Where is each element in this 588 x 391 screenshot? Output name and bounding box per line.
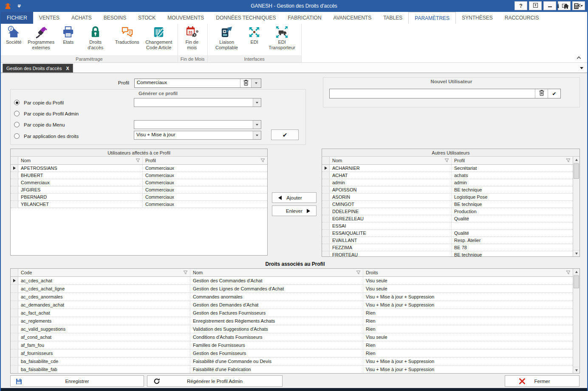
ribbon-button-programmes-externes[interactable]: Programmes externes — [25, 25, 58, 51]
ribbon-tab-tables[interactable]: TABLES — [377, 12, 408, 24]
filter-icon[interactable] — [566, 158, 571, 163]
column-header-nom[interactable]: Nom — [190, 269, 363, 276]
table-row[interactable]: FRORTEAUBE technique — [322, 251, 573, 256]
radio-par-copie-du-profil[interactable] — [14, 100, 20, 105]
column-header-droits[interactable]: Droits — [363, 269, 573, 276]
save-button[interactable]: Enregistrer — [10, 375, 144, 387]
profil-delete-button[interactable] — [240, 79, 251, 87]
table-row[interactable]: CMINGOTBE technique — [322, 201, 573, 208]
ribbon-button-societe[interactable]: iSociété — [3, 25, 25, 45]
remove-button[interactable]: Enlever — [272, 205, 317, 216]
table-row[interactable]: ba_faisabilite_cdeFaisabilité d'une Comm… — [11, 357, 573, 366]
new-user-confirm-button[interactable]: ✔ — [548, 89, 560, 98]
ribbon-tab-fabrication[interactable]: FABRICATION — [282, 12, 327, 24]
ribbon-button-traductions[interactable]: Traductions — [112, 25, 142, 45]
radio-par-application-des-droits[interactable] — [14, 133, 20, 139]
help-button[interactable]: ? — [514, 1, 527, 10]
scroll-down-button[interactable] — [573, 250, 580, 256]
ribbon-tab-fichier[interactable]: FICHIER — [1, 12, 33, 24]
radio-par-copie-du-profil-admin[interactable] — [14, 111, 20, 116]
table-row[interactable]: ESSAIQUALITEQualité — [322, 230, 573, 237]
apply-generate-button[interactable]: ✔ — [271, 129, 299, 140]
scroll-up-button[interactable] — [573, 269, 580, 275]
profil-combo[interactable]: Commerciaux — [134, 79, 261, 88]
table-row[interactable]: ba_faisabilite_fabFaisabilité d'une Fabr… — [11, 366, 573, 373]
pin-button[interactable] — [529, 1, 542, 10]
column-header-nom[interactable]: Nom — [330, 157, 451, 164]
vertical-scrollbar[interactable] — [573, 269, 580, 373]
ribbon-collapse-icon[interactable] — [577, 56, 581, 61]
calculator-icon[interactable] — [573, 3, 583, 9]
copy-menu-combo[interactable] — [134, 120, 261, 129]
ribbon-button-edi-transporteur[interactable]: EDI Transporteur — [265, 25, 299, 51]
home-icon[interactable] — [563, 3, 569, 9]
table-row[interactable]: af_fam_fouFamilles de FournisseursRien — [11, 341, 573, 349]
quick-access-caret-icon[interactable] — [17, 5, 21, 8]
ribbon-tab-donnees-techniques[interactable]: DONNÉES TECHNIQUES — [210, 12, 282, 24]
ribbon-tab-besoins[interactable]: BESOINS — [98, 12, 132, 24]
table-row[interactable]: FEZZIMABE 78 — [322, 244, 573, 251]
column-header-profil[interactable]: Profil — [451, 157, 573, 164]
ribbon-button-droits-d-acces[interactable]: Droits d'accès — [79, 25, 112, 51]
table-row[interactable]: ac_cdes_achatGestion des Commandes d'Ach… — [11, 277, 573, 285]
table-row[interactable]: APETROSSIANSCommerciaux — [11, 165, 267, 172]
table-row[interactable]: af_fournisseursGestion des FournisseursR… — [11, 349, 573, 357]
scroll-thumb[interactable] — [574, 276, 579, 288]
table-row[interactable]: af_cond_achatConditions d'Achats Fournis… — [11, 333, 573, 341]
close-button[interactable]: Fermer — [505, 375, 580, 387]
ribbon-tab-avancements[interactable]: AVANCEMENTS — [328, 12, 378, 24]
rights-combo[interactable]: Visu + Mise à jour — [134, 131, 261, 140]
table-row[interactable]: ac_fact_achatGestion des Factures Fourni… — [11, 309, 573, 317]
scroll-down-button[interactable] — [573, 367, 580, 373]
table-row[interactable]: ac_reglementsEnregistrement des Règlemen… — [11, 317, 573, 325]
table-row[interactable]: YBLANCHETCommerciaux — [11, 201, 267, 208]
document-tab-close-icon[interactable]: X — [66, 66, 69, 71]
table-row[interactable]: ac_cdes_anormalesCommandes anormalesVisu… — [11, 293, 573, 301]
table-row[interactable]: DDELEPINEProduction — [322, 208, 573, 215]
radio-par-copie-du-menu[interactable] — [14, 122, 20, 127]
table-row[interactable]: BHUBERTCommerciaux — [11, 172, 267, 179]
table-row[interactable]: CommerciauxCommerciaux — [11, 179, 267, 186]
table-row[interactable]: APOISSONBE technique — [322, 186, 573, 194]
scroll-thumb[interactable] — [574, 163, 579, 179]
table-row[interactable]: ASORINLogistique Pose — [322, 194, 573, 201]
column-header-nom[interactable]: Nom — [18, 157, 142, 164]
ribbon-button-changement-code-article[interactable]: Changement Code Article — [142, 25, 175, 51]
ribbon-tab-syntheses[interactable]: SYNTHÈSES — [456, 12, 499, 24]
regenerate-admin-button[interactable]: Régénérer le Profil Admin — [147, 375, 283, 387]
ribbon-tab-stock[interactable]: STOCK — [132, 12, 161, 24]
ribbon-tab-achats[interactable]: ACHATS — [65, 12, 98, 24]
ribbon-tab-raccourcis[interactable]: RACCOURCIS — [499, 12, 545, 24]
combo-dropdown-button[interactable] — [253, 131, 261, 139]
minimize-button[interactable] — [543, 1, 556, 10]
info-icon[interactable]: i — [557, 3, 559, 10]
table-row[interactable]: ac_valid_suggestionsValidation des Sugge… — [11, 325, 573, 333]
scroll-up-button[interactable] — [573, 157, 580, 163]
table-row[interactable]: ac_demandes_achatGestion des Demandes d'… — [11, 301, 573, 309]
ribbon-button-liaison-comptable[interactable]: Liaison Comptable — [210, 25, 244, 51]
ribbon-button-edi[interactable]: EDI — [244, 25, 265, 45]
table-row[interactable]: JFGIRESCommerciaux — [11, 186, 267, 194]
table-row[interactable]: adminadmin — [322, 179, 573, 186]
filter-icon[interactable] — [566, 270, 571, 275]
profil-dropdown-button[interactable] — [251, 79, 261, 87]
tab-list-dropdown-icon[interactable] — [580, 67, 583, 69]
ribbon-tab-ventes[interactable]: VENTES — [33, 12, 65, 24]
combo-dropdown-button[interactable] — [253, 98, 261, 107]
filter-icon[interactable] — [183, 270, 188, 275]
filter-icon[interactable] — [260, 158, 265, 163]
table-row[interactable]: ac_cdes_achat_ligneGestion des Lignes de… — [11, 285, 573, 293]
copy-profile-combo[interactable] — [134, 98, 261, 107]
table-row[interactable]: EGREZELEAUQualité — [322, 215, 573, 222]
table-row[interactable]: ESSAI — [322, 222, 573, 230]
table-row[interactable]: PBERNARDCommerciaux — [11, 194, 267, 201]
ribbon-tab-parametres[interactable]: PARAMÈTRES — [408, 12, 456, 24]
table-row[interactable]: ACHARNIERSecrétariat — [322, 165, 573, 172]
column-header-code[interactable]: Code — [18, 269, 190, 276]
new-user-input[interactable] — [330, 89, 535, 98]
ribbon-button-fin-de-mois[interactable]: 31Fin de mois — [180, 25, 204, 51]
ribbon-tab-mouvements[interactable]: MOUVEMENTS — [161, 12, 210, 24]
filter-icon[interactable] — [444, 158, 449, 163]
new-user-delete-button[interactable] — [535, 89, 548, 98]
add-button[interactable]: Ajouter — [272, 192, 317, 203]
